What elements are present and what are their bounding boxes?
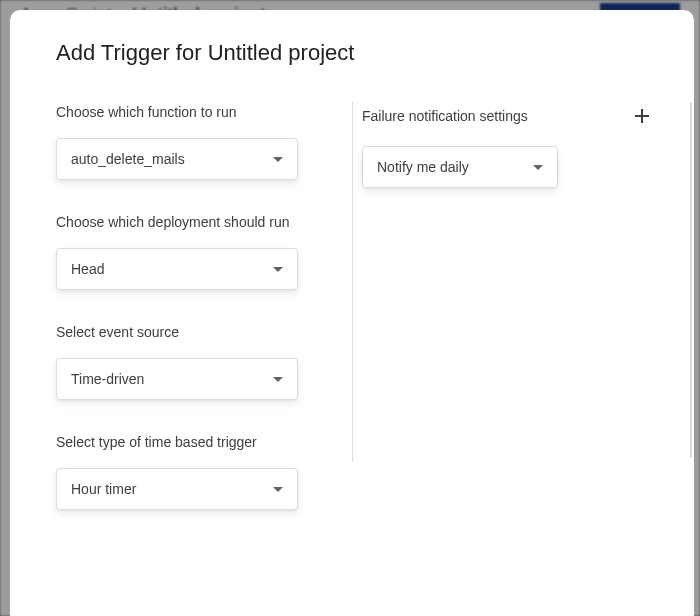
event-source-label: Select event source: [56, 324, 306, 340]
left-column: Choose which function to run auto_delete…: [56, 104, 306, 590]
plus-icon: [635, 109, 649, 123]
deployment-select[interactable]: Head: [56, 248, 298, 290]
event-source-value: Time-driven: [71, 371, 144, 387]
failure-notification-value: Notify me daily: [377, 159, 469, 175]
function-value: auto_delete_mails: [71, 151, 185, 167]
trigger-type-select[interactable]: Hour timer: [56, 468, 298, 510]
deployment-field: Choose which deployment should run Head: [56, 214, 306, 290]
event-source-select[interactable]: Time-driven: [56, 358, 298, 400]
chevron-down-icon: [273, 267, 283, 272]
scroll-indicator: [690, 102, 692, 458]
trigger-type-value: Hour timer: [71, 481, 136, 497]
event-source-field: Select event source Time-driven: [56, 324, 306, 400]
deployment-label: Choose which deployment should run: [56, 214, 306, 230]
function-select[interactable]: auto_delete_mails: [56, 138, 298, 180]
right-column: Failure notification settings Notify me …: [356, 104, 658, 590]
chevron-down-icon: [273, 487, 283, 492]
function-label: Choose which function to run: [56, 104, 306, 120]
add-notification-button[interactable]: [630, 104, 654, 128]
add-trigger-modal: Add Trigger for Untitled project Choose …: [10, 10, 694, 616]
trigger-type-field: Select type of time based trigger Hour t…: [56, 434, 306, 510]
chevron-down-icon: [533, 165, 543, 170]
column-divider: [352, 102, 353, 462]
chevron-down-icon: [273, 157, 283, 162]
modal-title: Add Trigger for Untitled project: [56, 40, 658, 66]
function-field: Choose which function to run auto_delete…: [56, 104, 306, 180]
trigger-type-label: Select type of time based trigger: [56, 434, 306, 450]
failure-notification-label: Failure notification settings: [362, 108, 528, 124]
failure-notification-select[interactable]: Notify me daily: [362, 146, 558, 188]
chevron-down-icon: [273, 377, 283, 382]
deployment-value: Head: [71, 261, 104, 277]
